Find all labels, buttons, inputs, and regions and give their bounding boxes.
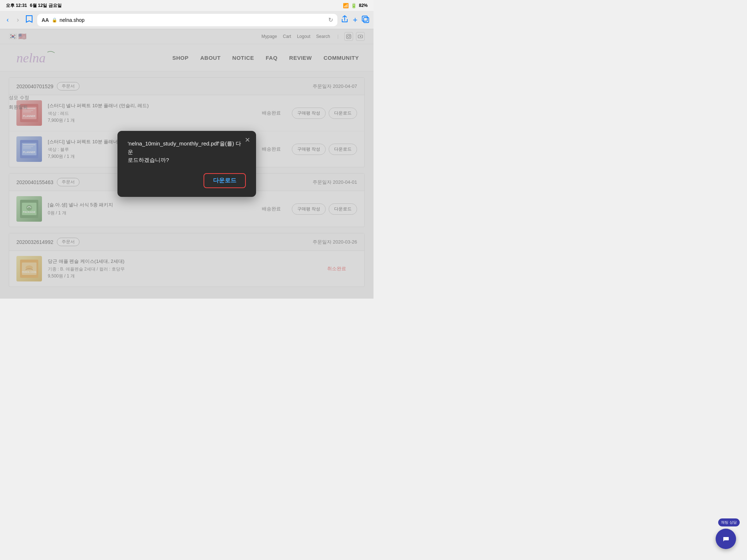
website: 🇰🇷 🇺🇸 Mypage Cart Logout Search | xyxy=(0,29,374,299)
back-button[interactable]: ‹ xyxy=(4,15,11,25)
status-bar: 오후 12:31 6월 12일 금요일 📶 🔋 82% xyxy=(0,0,374,11)
modal-download-button[interactable]: 다운로드 xyxy=(204,173,246,188)
status-date: 6월 12일 금요일 xyxy=(30,3,62,9)
forward-button[interactable]: › xyxy=(15,15,21,25)
lock-icon: 🔒 xyxy=(52,18,57,23)
svg-rect-1 xyxy=(364,18,369,23)
share-button[interactable] xyxy=(341,15,348,25)
url-bar[interactable]: AA 🔒 nelna.shop ↻ xyxy=(37,14,337,26)
download-modal: ✕ 'nelna_10min_study_monthly_red.pdf'을(를… xyxy=(117,131,256,197)
modal-close-button[interactable]: ✕ xyxy=(245,136,250,144)
status-time-date: 오후 12:31 6월 12일 금요일 xyxy=(6,3,62,9)
wifi-icon: 📶 xyxy=(343,3,349,8)
reload-button[interactable]: ↻ xyxy=(328,16,333,23)
modal-message: 'nelna_10min_study_monthly_red.pdf'을(를) … xyxy=(128,140,246,164)
battery-percent: 82% xyxy=(359,3,368,8)
status-indicators: 📶 🔋 82% xyxy=(343,3,368,8)
aa-text[interactable]: AA xyxy=(42,17,49,23)
browser-bar: ‹ › AA 🔒 nelna.shop ↻ + xyxy=(0,11,374,29)
add-tab-button[interactable]: + xyxy=(353,15,357,25)
tabs-button[interactable] xyxy=(362,16,369,24)
status-time: 오후 12:31 xyxy=(6,3,27,9)
battery-icon: 🔋 xyxy=(351,3,357,8)
url-text: nelna.shop xyxy=(59,17,85,23)
modal-overlay[interactable]: ✕ 'nelna_10min_study_monthly_red.pdf'을(를… xyxy=(0,29,374,299)
svg-rect-0 xyxy=(362,16,367,21)
bookmarks-button[interactable] xyxy=(25,15,34,25)
browser-action-buttons: + xyxy=(341,15,369,25)
